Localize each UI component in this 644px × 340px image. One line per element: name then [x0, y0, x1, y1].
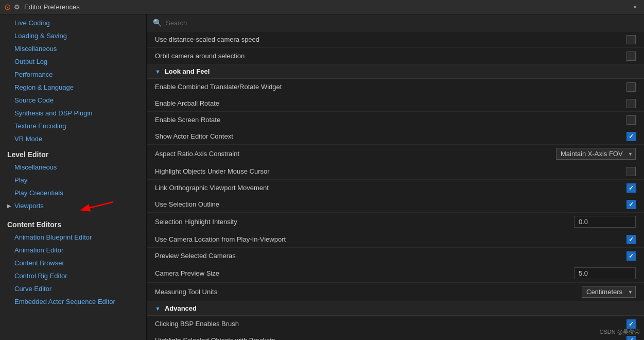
close-button[interactable]: ×	[630, 3, 640, 12]
sidebar-item-source-code[interactable]: Source Code	[0, 94, 146, 107]
sidebar-item-curve-editor[interactable]: Curve Editor	[0, 282, 146, 295]
look-and-feel-header[interactable]: ▼ Look and Feel	[147, 64, 644, 79]
checkbox-combined-translate[interactable]	[626, 82, 636, 92]
setting-row-preview-cameras: Preview Selected Cameras	[147, 248, 644, 264]
arrow-icon: ▶	[7, 203, 11, 209]
checkbox-show-actor-editor[interactable]	[626, 132, 636, 141]
menu-icon: ⚙	[14, 3, 20, 11]
dropdown-aspect-ratio[interactable]: Maintain X-Axis FOV Maintain Y-Axis FOV …	[556, 148, 636, 160]
sidebar-item-content-browser[interactable]: Content Browser	[0, 257, 146, 269]
app-logo: ⊙	[4, 2, 11, 12]
checkbox-orbit-camera[interactable]	[626, 52, 636, 61]
sidebar-item-vr-mode[interactable]: VR Mode	[0, 132, 146, 145]
red-arrow-brackets	[642, 334, 644, 341]
watermark: CSDN @吴俊荣	[600, 328, 640, 336]
setting-row-arcball-rotate: Enable Arcball Rotate	[147, 95, 644, 112]
input-selection-highlight[interactable]	[574, 216, 636, 228]
sidebar-item-play[interactable]: Play	[0, 174, 146, 186]
look-and-feel-title: Look and Feel	[165, 67, 210, 75]
content-editors-section-header: Content Editors	[0, 215, 146, 231]
setting-row-distance-camera: Use distance-scaled camera speed	[147, 31, 644, 48]
setting-row-combined-translate: Enable Combined Translate/Rotate Widget	[147, 79, 644, 95]
checkbox-highlight-mouse[interactable]	[626, 167, 636, 176]
look-and-feel-toggle-icon: ▼	[155, 69, 161, 75]
level-editor-section-header: Level Editor	[0, 145, 146, 161]
checkbox-link-ortho[interactable]	[626, 183, 636, 193]
setting-row-measuring-tool: Measuring Tool Units Centimeters Meters …	[147, 283, 644, 301]
sidebar-item-live-coding[interactable]: Live Coding	[0, 16, 146, 29]
checkbox-use-selection-outline[interactable]	[626, 200, 636, 209]
search-input[interactable]	[166, 19, 638, 27]
dropdown-aspect-ratio-wrapper: Maintain X-Axis FOV Maintain Y-Axis FOV …	[556, 148, 636, 160]
sidebar-item-loading-saving[interactable]: Loading & Saving	[0, 29, 146, 42]
setting-row-selection-highlight: Selection Highlight Intensity	[147, 213, 644, 231]
title-bar-title: Editor Preferences	[24, 3, 630, 11]
sidebar: Live Coding Loading & Saving Miscellaneo…	[0, 14, 147, 340]
setting-row-use-selection-outline: Use Selection Outline	[147, 196, 644, 213]
advanced-toggle-icon: ▼	[155, 305, 161, 312]
advanced-title: Advanced	[165, 304, 197, 312]
settings-list: Use distance-scaled camera speed Orbit c…	[147, 31, 644, 340]
sidebar-item-embedded-actor-sequence-editor[interactable]: Embedded Actor Sequence Editor	[0, 295, 146, 308]
setting-row-aspect-ratio: Aspect Ratio Axis Constraint Maintain X-…	[147, 145, 644, 163]
advanced-header[interactable]: ▼ Advanced	[147, 301, 644, 316]
dropdown-measuring-tool-wrapper: Centimeters Meters Feet Inches	[582, 286, 636, 298]
search-bar: 🔍	[147, 14, 644, 31]
setting-row-camera-location: Use Camera Location from Play-In-Viewpor…	[147, 231, 644, 248]
input-camera-preview-size[interactable]	[574, 267, 636, 279]
sidebar-item-viewports[interactable]: ▶ Viewports	[0, 199, 146, 212]
content-area: 🔍 Use distance-scaled camera speed Orbit…	[147, 14, 644, 340]
setting-row-highlight-mouse: Highlight Objects Under Mouse Cursor	[147, 163, 644, 180]
checkbox-arcball-rotate[interactable]	[626, 99, 636, 108]
sidebar-item-animation-editor[interactable]: Animation Editor	[0, 244, 146, 257]
checkbox-distance-camera[interactable]	[626, 35, 636, 44]
title-bar: ⊙ ⚙ Editor Preferences ×	[0, 0, 644, 14]
search-icon: 🔍	[153, 19, 162, 27]
sidebar-item-synthesis-dsp[interactable]: Synthesis and DSP Plugin	[0, 107, 146, 120]
checkbox-screen-rotate[interactable]	[626, 115, 636, 125]
sidebar-item-misc-le[interactable]: Miscellaneous	[0, 161, 146, 174]
sidebar-item-play-credentials[interactable]: Play Credentials	[0, 186, 146, 199]
checkbox-preview-cameras[interactable]	[626, 251, 636, 261]
sidebar-item-output-log[interactable]: Output Log	[0, 55, 146, 68]
setting-row-highlight-brackets: Highlight Selected Objects with Brackets	[147, 332, 644, 340]
setting-row-screen-rotate: Enable Screen Rotate	[147, 112, 644, 128]
sidebar-item-region-language[interactable]: Region & Language	[0, 81, 146, 94]
sidebar-item-animation-blueprint-editor[interactable]: Animation Blueprint Editor	[0, 231, 146, 244]
sidebar-item-control-rig-editor[interactable]: Control Rig Editor	[0, 269, 146, 282]
setting-row-link-ortho: Link Orthographic Viewport Movement	[147, 180, 644, 196]
sidebar-item-texture-encoding[interactable]: Texture Encoding	[0, 120, 146, 132]
setting-row-camera-preview-size: Camera Preview Size	[147, 264, 644, 283]
dropdown-measuring-tool[interactable]: Centimeters Meters Feet Inches	[582, 286, 636, 298]
setting-row-orbit-camera: Orbit camera around selection	[147, 48, 644, 64]
sidebar-item-miscellaneous-general[interactable]: Miscellaneous	[0, 42, 146, 55]
setting-row-clicking-bsp: Clicking BSP Enables Brush	[147, 316, 644, 332]
setting-row-show-actor-editor: Show Actor Editor Context	[147, 128, 644, 145]
sidebar-item-performance[interactable]: Performance	[0, 68, 146, 81]
checkbox-camera-location[interactable]	[626, 235, 636, 244]
checkbox-highlight-brackets[interactable]	[626, 336, 636, 341]
viewports-label: Viewports	[14, 202, 44, 210]
checkbox-clicking-bsp[interactable]	[626, 319, 636, 329]
